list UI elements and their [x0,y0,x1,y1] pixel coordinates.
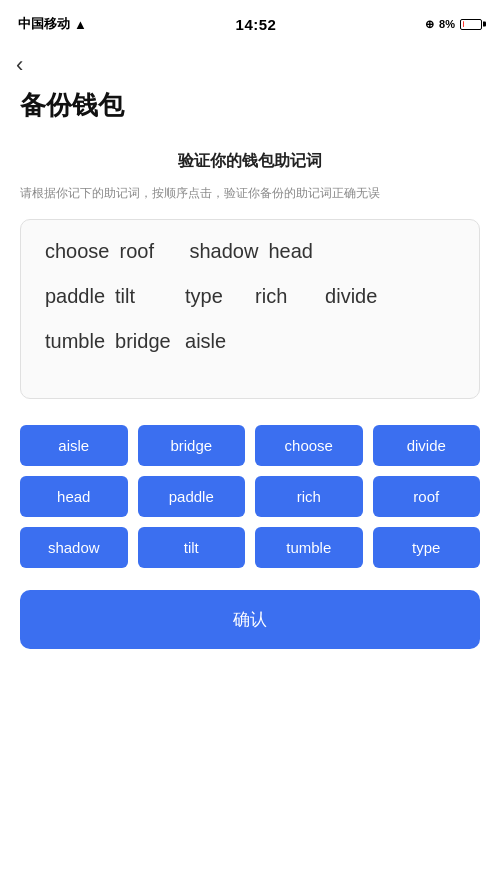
page-title: 备份钱包 [0,78,500,123]
word-btn-aisle[interactable]: aisle [20,425,128,466]
word-slot-aisle: aisle [185,330,245,353]
word-btn-tumble[interactable]: tumble [255,527,363,568]
status-left: 中国移动 ▲ [18,15,87,33]
status-right: ⊕ 8% [425,18,482,31]
wifi-icon: ▲ [74,17,87,32]
word-slot-rich: rich [255,285,315,308]
word-buttons-area: aisle bridge choose divide head paddle r… [0,415,500,568]
section-desc: 请根据你记下的助记词，按顺序点击，验证你备份的助记词正确无误 [0,184,500,203]
word-btn-shadow[interactable]: shadow [20,527,128,568]
word-btn-divide[interactable]: divide [373,425,481,466]
status-bar: 中国移动 ▲ 14:52 ⊕ 8% [0,0,500,44]
battery-fill [463,21,464,27]
word-slot-bridge: bridge [115,330,175,353]
word-btn-roof[interactable]: roof [373,476,481,517]
word-slot-divide: divide [325,285,385,308]
word-btn-type[interactable]: type [373,527,481,568]
confirm-area: 确认 [0,568,500,679]
word-display-box: choose roof shadow head paddle tilt type… [20,219,480,399]
status-time: 14:52 [236,16,277,33]
section-title-area: 验证你的钱包助记词 [0,123,500,178]
battery-icon [460,19,482,30]
word-slot-tumble: tumble [45,330,105,353]
word-slot-shadow: shadow [190,240,259,263]
word-btn-head[interactable]: head [20,476,128,517]
word-row-1: choose roof shadow head [45,240,463,263]
word-slot-tilt: tilt [115,285,175,308]
word-btn-choose[interactable]: choose [255,425,363,466]
back-button[interactable]: ‹ [0,44,39,78]
word-slot-choose: choose [45,240,110,263]
word-row-2: paddle tilt type rich divide [45,285,463,308]
word-slot-paddle: paddle [45,285,105,308]
word-btn-rich[interactable]: rich [255,476,363,517]
word-slot-roof: roof [120,240,180,263]
word-btn-tilt[interactable]: tilt [138,527,246,568]
section-title: 验证你的钱包助记词 [20,151,480,172]
carrier-text: 中国移动 [18,15,70,33]
word-buttons-grid: aisle bridge choose divide head paddle r… [20,425,480,568]
word-row-3: tumble bridge aisle [45,330,463,353]
battery-icon-container [460,19,482,30]
battery-percent: 8% [439,18,455,30]
word-slot-type: type [185,285,245,308]
word-slot-head: head [268,240,328,263]
word-btn-bridge[interactable]: bridge [138,425,246,466]
confirm-button[interactable]: 确认 [20,590,480,649]
word-btn-paddle[interactable]: paddle [138,476,246,517]
location-icon: ⊕ [425,18,434,31]
